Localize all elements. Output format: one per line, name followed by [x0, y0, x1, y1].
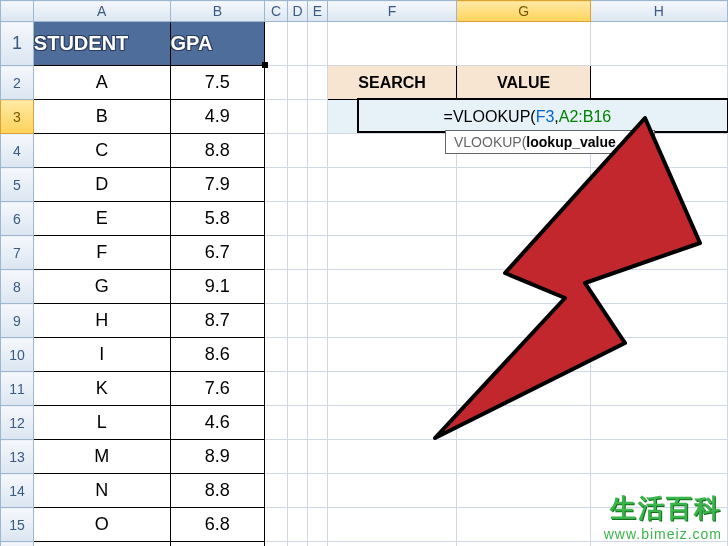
cell-B9[interactable]: 8.7	[170, 304, 265, 338]
cell-C15[interactable]	[265, 508, 288, 542]
cell-F11[interactable]	[327, 372, 457, 406]
cell-F6[interactable]	[327, 202, 457, 236]
cell-B16[interactable]	[170, 542, 265, 547]
cell-D8[interactable]	[287, 270, 307, 304]
cell-D9[interactable]	[287, 304, 307, 338]
cell-D1[interactable]	[287, 22, 307, 66]
cell-G15[interactable]	[457, 508, 590, 542]
cell-C2[interactable]	[265, 66, 288, 100]
col-header-B[interactable]: B	[170, 1, 265, 22]
cell-C12[interactable]	[265, 406, 288, 440]
row-header-5[interactable]: 5	[1, 168, 34, 202]
cell-G1[interactable]	[457, 22, 590, 66]
cell-H1[interactable]	[590, 22, 727, 66]
cell-D13[interactable]	[287, 440, 307, 474]
cell-B11[interactable]: 7.6	[170, 372, 265, 406]
cell-D14[interactable]	[287, 474, 307, 508]
cell-B3[interactable]: 4.9	[170, 100, 265, 134]
cell-F14[interactable]	[327, 474, 457, 508]
cell-B10[interactable]: 8.6	[170, 338, 265, 372]
cell-G5[interactable]	[457, 168, 590, 202]
row-header-12[interactable]: 12	[1, 406, 34, 440]
cell-A10[interactable]: I	[33, 338, 170, 372]
cell-E16[interactable]	[307, 542, 327, 547]
cell-D4[interactable]	[287, 134, 307, 168]
header-search[interactable]: SEARCH	[327, 66, 457, 100]
col-header-A[interactable]: A	[33, 1, 170, 22]
col-header-D[interactable]: D	[287, 1, 307, 22]
cell-C11[interactable]	[265, 372, 288, 406]
cell-E2[interactable]	[307, 66, 327, 100]
row-header-2[interactable]: 2	[1, 66, 34, 100]
cell-C8[interactable]	[265, 270, 288, 304]
cell-D11[interactable]	[287, 372, 307, 406]
cell-C1[interactable]	[265, 22, 288, 66]
cell-A8[interactable]: G	[33, 270, 170, 304]
header-student[interactable]: STUDENT	[33, 22, 170, 66]
cell-F16[interactable]	[327, 542, 457, 547]
cell-F8[interactable]	[327, 270, 457, 304]
cell-A7[interactable]: F	[33, 236, 170, 270]
cell-H9[interactable]	[590, 304, 727, 338]
cell-G14[interactable]	[457, 474, 590, 508]
cell-E11[interactable]	[307, 372, 327, 406]
cell-H12[interactable]	[590, 406, 727, 440]
cell-G16[interactable]	[457, 542, 590, 547]
fill-handle[interactable]	[262, 62, 268, 68]
cell-C14[interactable]	[265, 474, 288, 508]
cell-D15[interactable]	[287, 508, 307, 542]
cell-E4[interactable]	[307, 134, 327, 168]
cell-B14[interactable]: 8.8	[170, 474, 265, 508]
header-gpa[interactable]: GPA	[170, 22, 265, 66]
cell-A12[interactable]: L	[33, 406, 170, 440]
cell-F1[interactable]	[327, 22, 457, 66]
col-header-E[interactable]: E	[307, 1, 327, 22]
cell-A9[interactable]: H	[33, 304, 170, 338]
cell-B12[interactable]: 4.6	[170, 406, 265, 440]
cell-A11[interactable]: K	[33, 372, 170, 406]
cell-G8[interactable]	[457, 270, 590, 304]
cell-D7[interactable]	[287, 236, 307, 270]
row-header-13[interactable]: 13	[1, 440, 34, 474]
cell-E10[interactable]	[307, 338, 327, 372]
cell-E7[interactable]	[307, 236, 327, 270]
cell-H7[interactable]	[590, 236, 727, 270]
cell-H10[interactable]	[590, 338, 727, 372]
cell-F13[interactable]	[327, 440, 457, 474]
cell-C13[interactable]	[265, 440, 288, 474]
cell-C9[interactable]	[265, 304, 288, 338]
cell-F4[interactable]	[327, 134, 457, 168]
select-all-corner[interactable]	[1, 1, 34, 22]
cell-G11[interactable]	[457, 372, 590, 406]
cell-A16[interactable]	[33, 542, 170, 547]
row-header-6[interactable]: 6	[1, 202, 34, 236]
cell-D16[interactable]	[287, 542, 307, 547]
cell-H11[interactable]	[590, 372, 727, 406]
cell-A3[interactable]: B	[33, 100, 170, 134]
cell-G9[interactable]	[457, 304, 590, 338]
cell-E5[interactable]	[307, 168, 327, 202]
col-header-F[interactable]: F	[327, 1, 457, 22]
cell-C10[interactable]	[265, 338, 288, 372]
cell-H13[interactable]	[590, 440, 727, 474]
cell-H5[interactable]	[590, 168, 727, 202]
cell-F5[interactable]	[327, 168, 457, 202]
cell-B4[interactable]: 8.8	[170, 134, 265, 168]
cell-C16[interactable]	[265, 542, 288, 547]
cell-A6[interactable]: E	[33, 202, 170, 236]
cell-A2[interactable]: A	[33, 66, 170, 100]
cell-B5[interactable]: 7.9	[170, 168, 265, 202]
cell-F12[interactable]	[327, 406, 457, 440]
cell-A4[interactable]: C	[33, 134, 170, 168]
cell-B8[interactable]: 9.1	[170, 270, 265, 304]
cell-C5[interactable]	[265, 168, 288, 202]
cell-B6[interactable]: 5.8	[170, 202, 265, 236]
row-header-16[interactable]: 16	[1, 542, 34, 547]
row-header-3[interactable]: 3	[1, 100, 34, 134]
cell-H16[interactable]	[590, 542, 727, 547]
cell-E9[interactable]	[307, 304, 327, 338]
cell-G13[interactable]	[457, 440, 590, 474]
row-header-8[interactable]: 8	[1, 270, 34, 304]
formula-cell[interactable]: =VLOOKUP(F3,A2:B16	[327, 100, 727, 134]
cell-E6[interactable]	[307, 202, 327, 236]
